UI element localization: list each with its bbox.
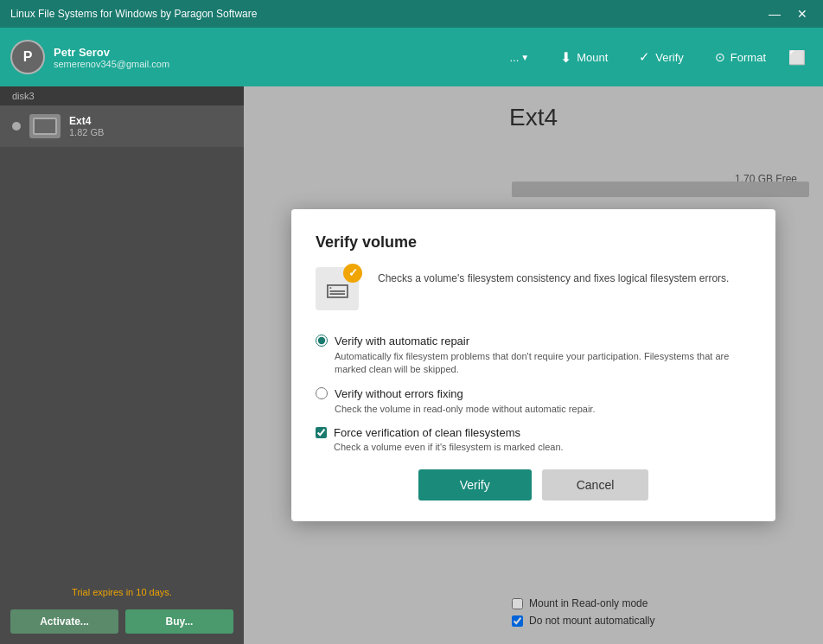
sidebar: disk3 Ext4 1.82 GB Trial expires in 10 d…: [0, 86, 244, 644]
force-verify-label[interactable]: Force verification of clean filesystems: [316, 426, 751, 439]
avatar: P: [10, 40, 45, 74]
option2-group: Verify without errors fixing Check the v…: [316, 387, 751, 416]
buy-button[interactable]: Buy...: [125, 609, 233, 634]
option1-text: Verify with automatic repair: [335, 335, 469, 348]
toolbar: P Petr Serov semerenov345@gmail.com ... …: [0, 28, 823, 86]
trial-notice: Trial expires in 10 days.: [0, 582, 244, 603]
verify-modal: Verify volume 🖴 ✓ Checks a volume's file…: [291, 209, 775, 521]
verify-icon-container: 🖴 ✓: [316, 267, 364, 316]
format-label: Format: [730, 51, 766, 64]
option2-label[interactable]: Verify without errors fixing: [316, 387, 751, 400]
verify-icon-bg: 🖴 ✓: [316, 267, 359, 310]
toolbar-actions: ... ▼ ⬇ Mount ✓ Verify ⊙ Format ⬜: [235, 28, 813, 86]
option1-desc: Automatically fix filesystem problems th…: [335, 350, 751, 377]
chevron-down-icon: ▼: [520, 53, 529, 62]
user-email: semerenov345@gmail.com: [54, 59, 169, 69]
format-button[interactable]: ⊙ Format: [699, 28, 782, 86]
modal-verify-button[interactable]: Verify: [418, 469, 532, 501]
force-verify-desc: Check a volume even if it's filesystem i…: [334, 442, 751, 452]
sidebar-section-label: disk3: [0, 86, 244, 105]
disk-info: Ext4 1.82 GB: [69, 115, 104, 137]
option2-desc: Check the volume in read-only mode witho…: [335, 403, 751, 416]
app-title: Linux File Systems for Windows by Parago…: [10, 8, 257, 20]
disk-icon: [29, 114, 61, 138]
modal-description: Checks a volume's filesystem consistency…: [378, 267, 729, 286]
force-verify-checkbox[interactable]: [316, 427, 327, 438]
verify-check-badge: ✓: [343, 264, 362, 283]
modal-overlay: Verify volume 🖴 ✓ Checks a volume's file…: [244, 86, 823, 644]
mount-label: Mount: [577, 51, 608, 64]
sidebar-bottom-buttons: Activate... Buy...: [0, 603, 244, 644]
force-verify-group: Force verification of clean filesystems …: [316, 426, 751, 452]
option2-text: Verify without errors fixing: [335, 387, 463, 400]
user-section: P Petr Serov semerenov345@gmail.com: [10, 40, 235, 74]
more-button[interactable]: ... ▼: [494, 28, 545, 86]
window-restore-button[interactable]: ⬜: [782, 28, 813, 86]
minimize-button[interactable]: —: [764, 3, 785, 24]
option1-radio[interactable]: [316, 335, 328, 347]
option1-label[interactable]: Verify with automatic repair: [316, 335, 751, 348]
more-label: ...: [509, 51, 519, 64]
verify-button[interactable]: ✓ Verify: [623, 28, 699, 86]
modal-buttons: Verify Cancel: [316, 469, 751, 501]
verify-label: Verify: [655, 51, 684, 64]
disk-icon-inner: [33, 118, 57, 135]
format-icon: ⊙: [715, 50, 725, 64]
modal-cancel-button[interactable]: Cancel: [542, 469, 649, 501]
mount-button[interactable]: ⬇ Mount: [545, 28, 623, 86]
verify-icon: ✓: [639, 49, 650, 65]
user-name: Petr Serov: [54, 46, 169, 59]
modal-title: Verify volume: [316, 233, 751, 252]
user-info: Petr Serov semerenov345@gmail.com: [54, 46, 169, 69]
main-layout: disk3 Ext4 1.82 GB Trial expires in 10 d…: [0, 86, 823, 644]
title-bar: Linux File Systems for Windows by Parago…: [0, 0, 823, 28]
mount-icon: ⬇: [560, 49, 571, 66]
option1-group: Verify with automatic repair Automatical…: [316, 335, 751, 377]
title-bar-controls: — ✕: [764, 3, 813, 24]
disk-item[interactable]: Ext4 1.82 GB: [0, 105, 244, 147]
option2-radio[interactable]: [316, 387, 328, 399]
force-verify-text: Force verification of clean filesystems: [334, 426, 520, 439]
modal-options: Verify with automatic repair Automatical…: [316, 335, 751, 452]
content-area: Ext4 1.70 GB Free Mount in Read-only mod…: [244, 86, 823, 644]
activate-button[interactable]: Activate...: [10, 609, 118, 634]
close-button[interactable]: ✕: [792, 3, 813, 24]
disk-name: Ext4: [69, 115, 104, 127]
disk-size: 1.82 GB: [69, 127, 104, 137]
disk-indicator: [12, 122, 21, 131]
modal-header-row: 🖴 ✓ Checks a volume's filesystem consist…: [316, 267, 751, 316]
